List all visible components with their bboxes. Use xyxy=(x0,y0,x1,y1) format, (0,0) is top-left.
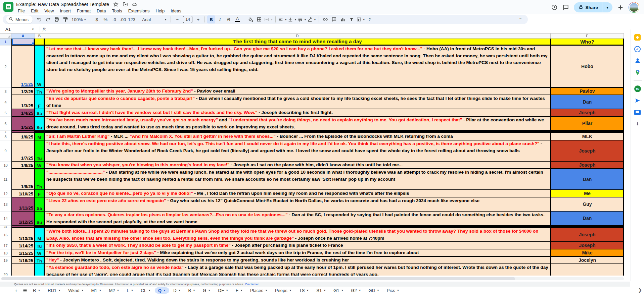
row-header-20[interactable]: 20 xyxy=(0,264,11,276)
horizontal-scrollbar-thumb[interactable] xyxy=(1,277,515,280)
row-header-12[interactable]: 12 xyxy=(0,190,11,197)
day-cell[interactable]: Tu xyxy=(35,140,44,162)
move-folder-icon[interactable] xyxy=(123,2,128,7)
increase-decimals-button[interactable]: .00 xyxy=(119,15,127,23)
day-cell[interactable]: Sa xyxy=(35,197,44,212)
sheet-tab-wknd[interactable]: Wknd▼ xyxy=(65,287,87,294)
row-header-13[interactable]: 13 xyxy=(0,197,11,212)
date-cell[interactable] xyxy=(11,226,35,228)
row-header-19[interactable]: 19 xyxy=(0,257,11,264)
hide-menus-chevron[interactable]: ⌃ xyxy=(516,15,524,23)
who-header-cell[interactable]: Who? xyxy=(551,39,624,46)
date-cell[interactable]: 1/2/25 xyxy=(11,88,35,95)
quote-cell[interactable]: "Llevo 22 años en esto pero este año cer… xyxy=(44,197,551,212)
day-header-cell[interactable] xyxy=(35,39,44,46)
day-cell[interactable] xyxy=(35,131,44,133)
date-cell[interactable]: 1/7/25 xyxy=(11,140,35,162)
who-cell[interactable]: Jocelyn xyxy=(551,257,624,264)
column-header-b[interactable]: B xyxy=(35,33,44,39)
date-cell[interactable]: 1/4/25 xyxy=(11,109,35,117)
date-cell[interactable]: 1/14/25 xyxy=(11,242,35,249)
quote-cell[interactable]: "It's only $850, that's a week of work. … xyxy=(44,242,551,249)
sheet-tab-of[interactable]: OF▼ xyxy=(215,287,232,294)
date-cell[interactable] xyxy=(11,264,35,276)
date-cell[interactable]: 1/8/25 xyxy=(11,162,35,169)
undo-button[interactable] xyxy=(35,15,43,23)
day-cell[interactable]: Tu xyxy=(35,242,44,249)
sheets-logo-icon[interactable] xyxy=(3,2,13,12)
sheet-tab-q[interactable]: Q▼ xyxy=(155,287,169,294)
date-cell[interactable]: 1/13/25 xyxy=(11,228,35,242)
day-cell[interactable]: Th xyxy=(35,88,44,95)
sheet-tab-m1[interactable]: M1▼ xyxy=(88,287,105,294)
comments-icon[interactable] xyxy=(562,4,569,11)
filter-views-button[interactable]: ▼ xyxy=(356,15,365,23)
menu-edit[interactable]: Edit xyxy=(29,8,41,14)
bold-button[interactable]: B xyxy=(207,15,215,23)
row-header-6[interactable]: 6 xyxy=(0,117,11,131)
insert-chart-button[interactable] xyxy=(339,15,347,23)
insert-link-button[interactable] xyxy=(321,15,329,23)
day-cell[interactable] xyxy=(35,264,44,276)
send-addon-icon[interactable] xyxy=(634,97,641,104)
sheet-tab-l[interactable]: L▼ xyxy=(123,287,137,294)
share-dropdown-caret[interactable]: ▼ xyxy=(602,6,612,9)
menu-view[interactable]: View xyxy=(42,8,56,14)
horizontal-scrollbar[interactable] xyxy=(1,277,624,280)
who-cell[interactable]: Pavlov xyxy=(551,88,624,95)
who-cell[interactable] xyxy=(551,264,624,276)
menu-format[interactable]: Format xyxy=(75,8,93,14)
quote-cell[interactable]: "Te voy a dar dos opciones. Quieres trap… xyxy=(44,212,551,226)
row-header-4[interactable]: 4 xyxy=(0,95,11,109)
row-header-2[interactable]: 2 xyxy=(0,46,11,88)
who-cell[interactable]: Joseph xyxy=(551,140,624,162)
quote-cell[interactable]: "Let me see that...I knew way back then!… xyxy=(44,46,551,88)
disclaimer-link[interactable]: Disclaimer xyxy=(245,283,259,286)
search-menus-button[interactable]: Menus xyxy=(6,15,33,23)
sheet-tab-peeps[interactable]: Peeps▼ xyxy=(272,287,295,294)
text-wrap-button[interactable]: ▼ xyxy=(297,15,307,23)
who-cell[interactable]: Guy xyxy=(551,197,624,212)
column-header-d[interactable]: D xyxy=(44,33,551,39)
text-rotation-button[interactable]: ▼ xyxy=(307,15,316,23)
who-cell[interactable]: Joseph xyxy=(551,162,624,169)
date-cell[interactable]: 1/9/25 xyxy=(11,169,35,190)
day-cell[interactable]: F xyxy=(35,95,44,109)
row-header-5[interactable]: 5 xyxy=(0,109,11,117)
row-header-7[interactable]: 7 xyxy=(0,131,11,133)
menu-insert[interactable]: Insert xyxy=(57,8,73,14)
column-header-f[interactable]: F xyxy=(551,33,624,39)
inbox-addon-icon[interactable] xyxy=(634,109,641,116)
quote-cell[interactable]: "Ojo que no ve, corazón que no siente...… xyxy=(44,190,551,197)
day-cell[interactable]: Su xyxy=(35,212,44,226)
sheet-tab-g[interactable]: G▼ xyxy=(199,287,214,294)
quote-cell[interactable]: "En vez de apuntar qué comiste o cuándo … xyxy=(44,95,551,109)
day-cell[interactable]: W xyxy=(35,162,44,169)
who-cell[interactable]: Mike xyxy=(551,249,624,257)
date-cell[interactable]: 1/15/25 xyxy=(11,249,35,257)
sheet-tab-rd1[interactable]: RD1▼ xyxy=(44,287,64,294)
decrease-font-size-button[interactable]: − xyxy=(173,15,181,23)
fill-color-button[interactable] xyxy=(246,15,255,23)
tn-addon-icon[interactable]: TN xyxy=(634,85,641,93)
quote-cell[interactable]: ".......................................… xyxy=(44,169,551,190)
sheet-tab-g2[interactable]: G2▼ xyxy=(348,287,364,294)
menu-tools[interactable]: Tools xyxy=(109,8,124,14)
fill-handle[interactable] xyxy=(32,42,35,45)
zoom-select[interactable]: 100%▼ xyxy=(70,15,88,23)
quote-cell[interactable]: "You know that when you whisper, you're … xyxy=(44,162,551,169)
date-cell[interactable]: 1/12/25 xyxy=(11,212,35,226)
account-avatar[interactable] xyxy=(629,2,639,13)
quote-cell[interactable]: "That flight was surreal. I didn't have … xyxy=(44,109,551,117)
date-cell[interactable] xyxy=(11,131,35,133)
selected-cell-a1[interactable] xyxy=(11,39,35,46)
row-header-14[interactable]: 14 xyxy=(0,212,11,226)
row-header-15[interactable]: 15 xyxy=(0,226,11,228)
quote-cell[interactable] xyxy=(44,226,551,228)
quote-cell[interactable]: "For the trip, we'll be in Montpellier f… xyxy=(44,249,551,257)
redo-button[interactable] xyxy=(44,15,52,23)
paint-format-button[interactable] xyxy=(61,15,70,23)
document-title[interactable]: Example: Raw Data Spreadsheet Template xyxy=(16,2,109,7)
column-header-a[interactable]: A xyxy=(11,33,35,39)
version-history-icon[interactable] xyxy=(551,4,558,11)
